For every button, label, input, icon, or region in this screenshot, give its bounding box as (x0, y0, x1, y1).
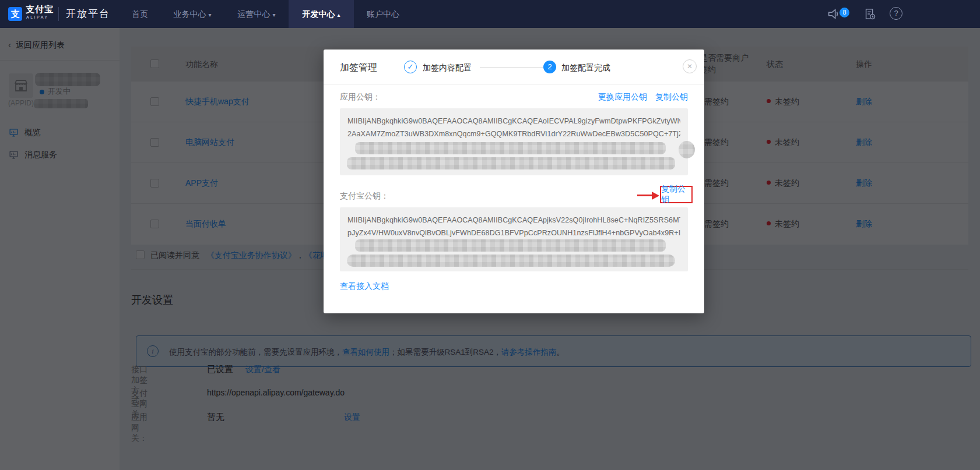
notification-badge[interactable]: 8 (840, 8, 849, 17)
sign-management-modal: 加签管理 ✓ 加签内容配置 2 加签配置完成 ✕ 应用公钥： 更换应用公钥 复制… (324, 50, 704, 313)
copy-app-key-link[interactable]: 复制公钥 (655, 92, 688, 103)
nav-item-account-center[interactable]: 账户中心 (360, 0, 406, 28)
nav-item-dev-center[interactable]: 开发中心▴ (289, 0, 354, 28)
nav-item-home[interactable]: 首页 (125, 0, 154, 28)
close-icon[interactable]: ✕ (683, 59, 697, 73)
chevron-down-icon: ▾ (208, 12, 211, 18)
redacted-key-mosaic (347, 157, 675, 169)
replace-app-key-link[interactable]: 更换应用公钥 (598, 92, 647, 103)
app-key-line1: MIIBIjANBgkqhkiG9w0BAQEFAAOCAQ8AMIIBCgKC… (347, 115, 680, 128)
help-icon[interactable]: ? (890, 7, 902, 20)
nav-item-operation-center[interactable]: 运营中心▾ (233, 0, 280, 28)
annotation-arrow (637, 195, 654, 196)
alipay-logo-icon[interactable]: 支 (8, 7, 22, 21)
step2-number-icon: 2 (543, 61, 556, 73)
top-nav: 支 支付宝 ALIPAY 开放平台 首页 业务中心▾ 运营中心▾ 开发中心▴ 账… (0, 0, 980, 28)
redacted-key-mosaic (347, 255, 675, 267)
view-integration-doc-link[interactable]: 查看接入文档 (340, 281, 389, 292)
app-public-key-box: MIIBIjANBgkqhkiG9w0BAQEFAAOCAQ8AMIIBCgKC… (340, 108, 688, 175)
step2-label: 加签配置完成 (561, 63, 610, 73)
modal-title: 加签管理 (340, 62, 377, 74)
alipay-key-line1: MIIBIjANBgkqhkiG9w0BAQEFAAOCAQ8AMIIBCgKC… (347, 214, 680, 227)
annotation-arrow-head (652, 192, 659, 200)
nav-item-business-center[interactable]: 业务中心▾ (169, 0, 216, 28)
step1-label: 加签内容配置 (423, 63, 472, 73)
modal-header: 加签管理 ✓ 加签内容配置 2 加签配置完成 ✕ (324, 50, 704, 84)
alipay-public-key-box: MIIBIjANBgkqhkiG9w0BAQEFAAOCAQ8AMIIBCgKC… (340, 207, 688, 271)
brand-name-en: ALIPAY (26, 15, 48, 19)
app-key-line2: 2AaXAM7ZmoZT3uWB3DXm8xnQqcm9+GQQMK9TRbdR… (347, 128, 680, 140)
document-history-icon[interactable] (863, 8, 876, 20)
annotation-highlight-box: 复制公钥 (660, 186, 693, 203)
step-connector (480, 67, 544, 68)
product-name: 开放平台 (66, 7, 110, 20)
brand-divider (58, 7, 59, 21)
redacted-key-mosaic (355, 239, 666, 252)
announcement-icon[interactable] (827, 8, 840, 20)
step1-check-icon: ✓ (404, 61, 417, 73)
redacted-key-mosaic-bump (679, 141, 695, 158)
chevron-up-icon: ▴ (337, 12, 340, 18)
copy-alipay-key-link[interactable]: 复制公钥 (661, 184, 691, 205)
chevron-down-icon: ▾ (272, 12, 275, 18)
alipay-public-key-label: 支付宝公钥： (340, 191, 389, 202)
alipay-key-line2: pJyZx4V/HW0uxV8nvQiBvOBLjvFWhDE68DG1BFVP… (347, 227, 680, 239)
brand-name-cn: 支付宝 (26, 4, 54, 15)
redacted-key-mosaic (355, 142, 666, 154)
app-public-key-label: 应用公钥： (340, 92, 381, 103)
